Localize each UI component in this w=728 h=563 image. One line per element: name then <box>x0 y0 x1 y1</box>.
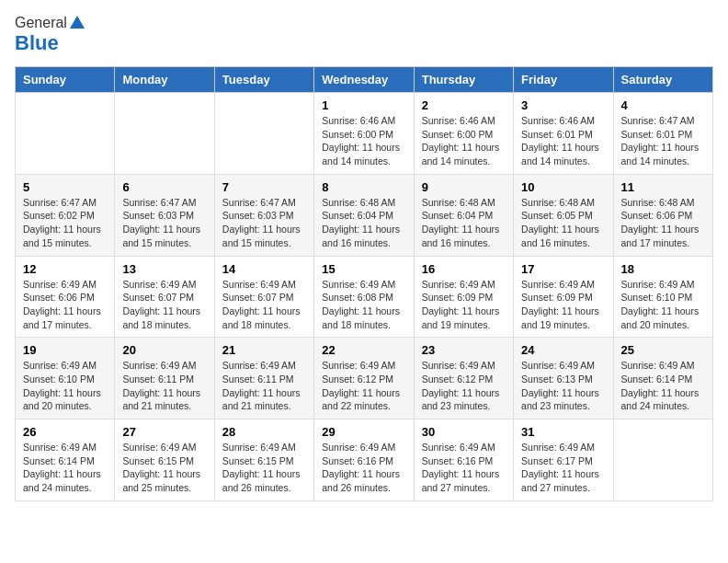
day-info: Sunrise: 6:49 AMSunset: 6:11 PMDaylight:… <box>122 359 206 413</box>
day-info: Sunrise: 6:48 AMSunset: 6:06 PMDaylight:… <box>621 196 705 250</box>
day-cell <box>214 93 313 175</box>
day-number: 9 <box>422 180 506 194</box>
day-number: 27 <box>122 425 206 439</box>
day-number: 25 <box>621 343 705 357</box>
day-number: 21 <box>222 343 306 357</box>
day-number: 3 <box>521 98 605 112</box>
day-info: Sunrise: 6:49 AMSunset: 6:14 PMDaylight:… <box>23 441 107 495</box>
day-number: 7 <box>222 180 306 194</box>
day-cell: 1Sunrise: 6:46 AMSunset: 6:00 PMDaylight… <box>314 93 414 175</box>
day-cell: 9Sunrise: 6:48 AMSunset: 6:04 PMDaylight… <box>414 174 513 256</box>
logo-icon <box>69 15 85 31</box>
day-cell <box>16 93 115 175</box>
day-cell: 20Sunrise: 6:49 AMSunset: 6:11 PMDayligh… <box>115 338 214 419</box>
day-cell: 11Sunrise: 6:48 AMSunset: 6:06 PMDayligh… <box>613 174 712 256</box>
day-info: Sunrise: 6:48 AMSunset: 6:05 PMDaylight:… <box>521 196 605 250</box>
day-info: Sunrise: 6:49 AMSunset: 6:10 PMDaylight:… <box>23 359 107 413</box>
day-cell: 7Sunrise: 6:47 AMSunset: 6:03 PMDaylight… <box>214 174 313 256</box>
day-cell: 16Sunrise: 6:49 AMSunset: 6:09 PMDayligh… <box>414 256 513 338</box>
day-number: 11 <box>621 180 705 194</box>
day-cell: 3Sunrise: 6:46 AMSunset: 6:01 PMDaylight… <box>514 93 613 175</box>
day-number: 12 <box>23 262 107 276</box>
day-number: 23 <box>422 343 506 357</box>
day-cell: 30Sunrise: 6:49 AMSunset: 6:16 PMDayligh… <box>414 419 513 501</box>
svg-marker-0 <box>70 16 85 29</box>
weekday-header-monday: Monday <box>115 67 214 93</box>
day-cell: 23Sunrise: 6:49 AMSunset: 6:12 PMDayligh… <box>414 338 513 419</box>
day-cell: 25Sunrise: 6:49 AMSunset: 6:14 PMDayligh… <box>613 338 712 419</box>
day-cell: 19Sunrise: 6:49 AMSunset: 6:10 PMDayligh… <box>16 338 115 419</box>
weekday-header-wednesday: Wednesday <box>314 67 414 93</box>
day-number: 14 <box>222 262 306 276</box>
day-info: Sunrise: 6:49 AMSunset: 6:10 PMDaylight:… <box>621 278 705 332</box>
day-cell: 31Sunrise: 6:49 AMSunset: 6:17 PMDayligh… <box>514 419 613 501</box>
day-info: Sunrise: 6:49 AMSunset: 6:15 PMDaylight:… <box>122 441 206 495</box>
day-info: Sunrise: 6:46 AMSunset: 6:00 PMDaylight:… <box>322 114 405 168</box>
day-cell: 10Sunrise: 6:48 AMSunset: 6:05 PMDayligh… <box>514 174 613 256</box>
day-info: Sunrise: 6:49 AMSunset: 6:07 PMDaylight:… <box>222 278 306 332</box>
day-cell: 12Sunrise: 6:49 AMSunset: 6:06 PMDayligh… <box>16 256 115 338</box>
week-row-1: 1Sunrise: 6:46 AMSunset: 6:00 PMDaylight… <box>16 93 713 175</box>
day-info: Sunrise: 6:48 AMSunset: 6:04 PMDaylight:… <box>322 196 405 250</box>
day-cell: 13Sunrise: 6:49 AMSunset: 6:07 PMDayligh… <box>115 256 214 338</box>
day-cell: 5Sunrise: 6:47 AMSunset: 6:02 PMDaylight… <box>16 174 115 256</box>
day-number: 6 <box>122 180 206 194</box>
weekday-header-tuesday: Tuesday <box>214 67 313 93</box>
day-number: 18 <box>621 262 705 276</box>
calendar-table: SundayMondayTuesdayWednesdayThursdayFrid… <box>15 66 713 501</box>
day-info: Sunrise: 6:49 AMSunset: 6:14 PMDaylight:… <box>621 359 705 413</box>
day-number: 17 <box>521 262 605 276</box>
day-number: 19 <box>23 343 107 357</box>
day-cell: 8Sunrise: 6:48 AMSunset: 6:04 PMDaylight… <box>314 174 414 256</box>
day-info: Sunrise: 6:49 AMSunset: 6:12 PMDaylight:… <box>422 359 506 413</box>
day-number: 5 <box>23 180 107 194</box>
day-cell: 17Sunrise: 6:49 AMSunset: 6:09 PMDayligh… <box>514 256 613 338</box>
day-number: 2 <box>422 98 506 112</box>
day-number: 13 <box>122 262 206 276</box>
day-info: Sunrise: 6:47 AMSunset: 6:02 PMDaylight:… <box>23 196 107 250</box>
week-row-2: 5Sunrise: 6:47 AMSunset: 6:02 PMDaylight… <box>16 174 713 256</box>
day-cell: 14Sunrise: 6:49 AMSunset: 6:07 PMDayligh… <box>214 256 313 338</box>
week-row-4: 19Sunrise: 6:49 AMSunset: 6:10 PMDayligh… <box>16 338 713 419</box>
day-info: Sunrise: 6:49 AMSunset: 6:12 PMDaylight:… <box>322 359 405 413</box>
day-cell: 24Sunrise: 6:49 AMSunset: 6:13 PMDayligh… <box>514 338 613 419</box>
day-number: 15 <box>322 262 405 276</box>
day-cell <box>613 419 712 501</box>
day-info: Sunrise: 6:46 AMSunset: 6:00 PMDaylight:… <box>422 114 506 168</box>
day-cell: 21Sunrise: 6:49 AMSunset: 6:11 PMDayligh… <box>214 338 313 419</box>
day-info: Sunrise: 6:49 AMSunset: 6:13 PMDaylight:… <box>521 359 605 413</box>
day-info: Sunrise: 6:47 AMSunset: 6:03 PMDaylight:… <box>122 196 206 250</box>
week-row-3: 12Sunrise: 6:49 AMSunset: 6:06 PMDayligh… <box>16 256 713 338</box>
logo-blue-text: Blue <box>15 31 59 54</box>
day-info: Sunrise: 6:47 AMSunset: 6:01 PMDaylight:… <box>621 114 705 168</box>
weekday-header-thursday: Thursday <box>414 67 513 93</box>
day-number: 24 <box>521 343 605 357</box>
weekday-header-row: SundayMondayTuesdayWednesdayThursdayFrid… <box>16 67 713 93</box>
day-cell: 29Sunrise: 6:49 AMSunset: 6:16 PMDayligh… <box>314 419 414 501</box>
day-info: Sunrise: 6:49 AMSunset: 6:07 PMDaylight:… <box>122 278 206 332</box>
day-info: Sunrise: 6:46 AMSunset: 6:01 PMDaylight:… <box>521 114 605 168</box>
weekday-header-sunday: Sunday <box>16 67 115 93</box>
day-number: 10 <box>521 180 605 194</box>
page-header: General Blue <box>15 15 713 55</box>
day-number: 31 <box>521 425 605 439</box>
day-cell: 18Sunrise: 6:49 AMSunset: 6:10 PMDayligh… <box>613 256 712 338</box>
day-info: Sunrise: 6:49 AMSunset: 6:15 PMDaylight:… <box>222 441 306 495</box>
day-info: Sunrise: 6:49 AMSunset: 6:09 PMDaylight:… <box>521 278 605 332</box>
day-number: 8 <box>322 180 405 194</box>
day-cell: 28Sunrise: 6:49 AMSunset: 6:15 PMDayligh… <box>214 419 313 501</box>
day-cell: 27Sunrise: 6:49 AMSunset: 6:15 PMDayligh… <box>115 419 214 501</box>
day-number: 28 <box>222 425 306 439</box>
day-cell: 6Sunrise: 6:47 AMSunset: 6:03 PMDaylight… <box>115 174 214 256</box>
day-number: 30 <box>422 425 506 439</box>
day-cell: 15Sunrise: 6:49 AMSunset: 6:08 PMDayligh… <box>314 256 414 338</box>
day-number: 1 <box>322 98 405 112</box>
day-cell <box>115 93 214 175</box>
day-info: Sunrise: 6:49 AMSunset: 6:16 PMDaylight:… <box>322 441 405 495</box>
day-number: 16 <box>422 262 506 276</box>
day-cell: 26Sunrise: 6:49 AMSunset: 6:14 PMDayligh… <box>16 419 115 501</box>
day-info: Sunrise: 6:49 AMSunset: 6:06 PMDaylight:… <box>23 278 107 332</box>
logo: General Blue <box>15 15 85 55</box>
day-info: Sunrise: 6:49 AMSunset: 6:09 PMDaylight:… <box>422 278 506 332</box>
day-info: Sunrise: 6:47 AMSunset: 6:03 PMDaylight:… <box>222 196 306 250</box>
